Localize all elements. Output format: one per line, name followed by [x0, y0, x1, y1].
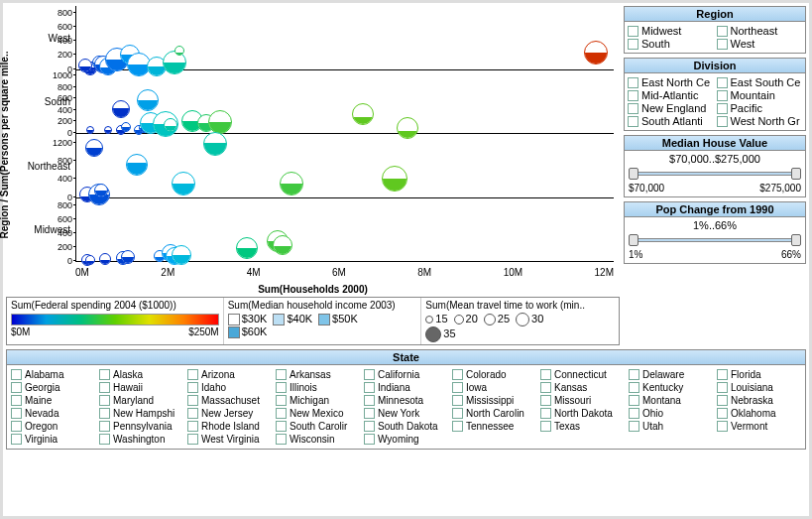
checkbox-icon[interactable] [99, 382, 110, 393]
data-point[interactable] [382, 166, 407, 192]
checkbox-icon[interactable] [717, 90, 728, 101]
checkbox-icon[interactable] [99, 369, 110, 380]
data-point[interactable] [94, 184, 108, 197]
state-item[interactable]: Mississippi [452, 395, 536, 406]
state-item[interactable]: Maryland [99, 395, 183, 406]
checkbox-icon[interactable] [364, 382, 375, 393]
checkbox-icon[interactable] [11, 434, 22, 445]
data-point[interactable] [203, 132, 227, 156]
state-item[interactable]: Michigan [276, 395, 360, 406]
checkbox-icon[interactable] [540, 421, 551, 432]
region-item[interactable]: Northeast [717, 25, 803, 37]
checkbox-icon[interactable] [628, 77, 638, 88]
checkbox-icon[interactable] [628, 103, 638, 114]
division-item[interactable]: Pacific [717, 102, 803, 114]
state-item[interactable]: Iowa [452, 382, 536, 393]
state-item[interactable]: Alaska [99, 369, 183, 380]
state-item[interactable]: Minnesota [364, 395, 448, 406]
state-item[interactable]: Wisconsin [276, 434, 360, 445]
division-item[interactable]: Mid-Atlantic [628, 89, 714, 101]
checkbox-icon[interactable] [717, 26, 728, 37]
checkbox-icon[interactable] [187, 395, 198, 406]
state-item[interactable]: New Hampshi [99, 408, 183, 419]
checkbox-icon[interactable] [629, 395, 639, 406]
checkbox-icon[interactable] [540, 369, 551, 380]
data-point[interactable] [584, 41, 608, 65]
checkbox-icon[interactable] [99, 421, 110, 432]
data-point[interactable] [352, 103, 374, 125]
state-item[interactable]: California [364, 369, 448, 380]
state-item[interactable]: Washington [99, 434, 183, 445]
checkbox-icon[interactable] [717, 382, 728, 393]
data-point[interactable] [104, 126, 112, 134]
state-item[interactable]: Ohio [629, 408, 713, 419]
state-item[interactable]: Utah [629, 421, 713, 432]
data-point[interactable] [121, 122, 131, 132]
state-item[interactable]: North Carolin [452, 408, 536, 419]
checkbox-icon[interactable] [11, 382, 22, 393]
division-item[interactable]: West North Gr [717, 115, 803, 127]
checkbox-icon[interactable] [717, 369, 728, 380]
data-point[interactable] [172, 172, 195, 195]
region-item[interactable]: West [717, 38, 803, 50]
region-item[interactable]: Midwest [628, 25, 714, 37]
checkbox-icon[interactable] [276, 382, 287, 393]
state-item[interactable]: Illinois [276, 382, 360, 393]
state-item[interactable]: New Jersey [187, 408, 272, 419]
checkbox-icon[interactable] [364, 369, 375, 380]
state-item[interactable]: Kansas [540, 382, 625, 393]
checkbox-icon[interactable] [540, 395, 551, 406]
checkbox-icon[interactable] [276, 434, 287, 445]
data-point[interactable] [121, 250, 135, 264]
state-item[interactable]: Arizona [187, 369, 272, 380]
state-item[interactable]: Missouri [540, 395, 625, 406]
data-point[interactable] [164, 118, 177, 132]
state-item[interactable]: Maine [11, 395, 95, 406]
checkbox-icon[interactable] [628, 39, 638, 50]
data-point[interactable] [126, 154, 148, 176]
state-item[interactable]: Wyoming [364, 434, 448, 445]
checkbox-icon[interactable] [364, 395, 375, 406]
checkbox-icon[interactable] [629, 421, 639, 432]
data-point[interactable] [137, 89, 159, 111]
state-item[interactable]: Massachuset [187, 395, 272, 406]
state-item[interactable]: Kentucky [629, 382, 713, 393]
state-item[interactable]: West Virginia [187, 434, 272, 445]
checkbox-icon[interactable] [276, 369, 287, 380]
checkbox-icon[interactable] [99, 408, 110, 419]
data-point[interactable] [85, 255, 95, 265]
state-item[interactable]: Texas [540, 421, 625, 432]
checkbox-icon[interactable] [629, 369, 639, 380]
checkbox-icon[interactable] [452, 369, 463, 380]
checkbox-icon[interactable] [364, 434, 375, 445]
checkbox-icon[interactable] [187, 369, 198, 380]
data-point[interactable] [236, 237, 258, 259]
checkbox-icon[interactable] [11, 395, 22, 406]
state-item[interactable]: Nebraska [717, 395, 801, 406]
division-item[interactable]: Mountain [717, 89, 803, 101]
checkbox-icon[interactable] [717, 116, 728, 127]
state-item[interactable]: South Carolir [276, 421, 360, 432]
state-item[interactable]: Tennessee [452, 421, 536, 432]
scatter-plot[interactable]: Region / Sum(Persons per square mile.. W… [6, 6, 620, 284]
checkbox-icon[interactable] [717, 395, 728, 406]
pop-slider[interactable] [631, 233, 799, 247]
data-point[interactable] [280, 172, 303, 195]
state-item[interactable]: Oregon [11, 421, 95, 432]
checkbox-icon[interactable] [99, 395, 110, 406]
state-item[interactable]: Montana [629, 395, 713, 406]
state-item[interactable]: Virginia [11, 434, 95, 445]
state-item[interactable]: Arkansas [276, 369, 360, 380]
state-item[interactable]: Hawaii [99, 382, 183, 393]
checkbox-icon[interactable] [11, 369, 22, 380]
checkbox-icon[interactable] [187, 382, 198, 393]
checkbox-icon[interactable] [629, 408, 639, 419]
data-point[interactable] [273, 235, 292, 255]
division-item[interactable]: East South Ce [717, 76, 803, 88]
mhv-slider[interactable] [631, 167, 799, 181]
checkbox-icon[interactable] [11, 408, 22, 419]
state-item[interactable]: Indiana [364, 382, 448, 393]
state-item[interactable]: South Dakota [364, 421, 448, 432]
checkbox-icon[interactable] [276, 395, 287, 406]
state-item[interactable]: Nevada [11, 408, 95, 419]
